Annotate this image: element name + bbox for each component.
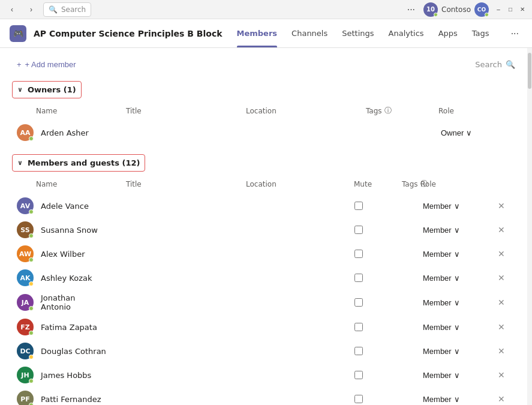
member-name: Arden Asher — [41, 128, 107, 137]
dropdown-icon: ∨ — [454, 298, 460, 307]
mute-checkbox[interactable] — [354, 250, 363, 258]
tab-analytics[interactable]: Analytics — [381, 19, 431, 47]
mute-checkbox[interactable] — [354, 323, 363, 331]
search-members: Search 🔍 — [475, 60, 515, 69]
scrollbar-thumb[interactable] — [528, 53, 531, 89]
remove-member-button[interactable]: ✕ — [492, 200, 510, 212]
table-row: AK Ashley Kozak Member ∨ ✕ — [12, 266, 515, 290]
avatar: AA — [17, 124, 34, 141]
col-title: Title — [126, 106, 246, 116]
mute-cell — [335, 347, 383, 355]
minimize-button[interactable]: – — [494, 5, 503, 14]
owners-chevron-icon: ∨ — [17, 86, 23, 94]
role-button[interactable]: Member ∨ — [420, 346, 492, 357]
mute-cell — [335, 298, 383, 307]
mute-checkbox[interactable] — [354, 202, 363, 210]
team-icon: 🎮 — [10, 25, 26, 42]
role-button[interactable]: Member ∨ — [420, 248, 492, 260]
role-button[interactable]: Member ∨ — [420, 200, 492, 212]
remove-member-button[interactable]: ✕ — [492, 296, 510, 308]
back-button[interactable]: ‹ — [5, 2, 19, 17]
table-row: FZ Fatima Zapata Member ∨ ✕ — [12, 315, 515, 339]
col-name: Name — [36, 179, 126, 189]
scrollbar-track[interactable] — [527, 48, 532, 405]
team-header-more-button[interactable]: ··· — [507, 27, 522, 40]
owners-table-header: Name Title Location Tags ⓘ Role — [12, 103, 515, 118]
avatar: 10 — [423, 2, 438, 17]
title-bar: ‹ › 🔍 Search ··· 10 Contoso CO – □ ✕ — [0, 0, 532, 19]
member-name: Alex Wilber — [41, 250, 107, 259]
role-button[interactable]: Member ∨ — [420, 322, 492, 333]
avatar: DC — [17, 343, 34, 359]
table-row: JA Jonathan Antonio Member ∨ ✕ — [12, 290, 515, 315]
dropdown-icon: ∨ — [454, 202, 460, 211]
mute-cell — [335, 202, 383, 210]
members-section-header[interactable]: ∨ Members and guests (12) — [12, 154, 145, 172]
table-row: PF Patti Fernandez Member ∨ ✕ — [12, 387, 515, 405]
search-icon: 🔍 — [49, 5, 58, 14]
tab-members[interactable]: Members — [230, 19, 285, 47]
more-options-button[interactable]: ··· — [404, 3, 419, 16]
avatar: PF — [17, 391, 34, 405]
role-button[interactable]: Member ∨ — [420, 370, 492, 381]
col-role: Role — [420, 179, 492, 189]
dropdown-icon: ∨ — [454, 395, 460, 404]
mute-checkbox[interactable] — [354, 274, 363, 282]
window-controls: – □ ✕ — [494, 5, 527, 14]
owners-section-label: Owners (1) — [28, 85, 76, 94]
remove-member-button[interactable]: ✕ — [492, 393, 510, 405]
status-dot — [434, 13, 438, 17]
remove-member-button[interactable]: ✕ — [492, 248, 510, 260]
title-bar-left: ‹ › 🔍 Search — [5, 2, 91, 17]
remove-member-button[interactable]: ✕ — [492, 345, 510, 357]
mute-checkbox[interactable] — [354, 395, 363, 403]
role-button[interactable]: Owner ∨ — [438, 127, 510, 139]
status-dot — [29, 257, 34, 262]
tab-tags[interactable]: Tags — [465, 19, 497, 47]
mute-cell — [335, 395, 383, 403]
member-name: Ashley Kozak — [41, 274, 107, 283]
role-button[interactable]: Member ∨ — [420, 272, 492, 284]
add-member-button[interactable]: + + Add member — [12, 58, 81, 71]
mute-checkbox[interactable] — [354, 347, 363, 355]
col-name: Name — [36, 106, 126, 116]
status-dot — [29, 403, 34, 405]
restore-button[interactable]: □ — [506, 5, 515, 14]
tab-settings[interactable]: Settings — [335, 19, 381, 47]
mute-checkbox[interactable] — [354, 298, 363, 307]
col-role: Role — [438, 106, 510, 116]
avatar: AV — [17, 197, 34, 214]
remove-member-button[interactable]: ✕ — [492, 369, 510, 381]
owners-section-header[interactable]: ∨ Owners (1) — [12, 81, 82, 98]
mute-checkbox[interactable] — [354, 371, 363, 379]
role-button[interactable]: Member ∨ — [420, 297, 492, 308]
role-button[interactable]: Member ∨ — [420, 224, 492, 236]
member-name: Fatima Zapata — [41, 323, 107, 332]
close-button[interactable]: ✕ — [518, 5, 527, 14]
table-row: SS Susanna Snow Member ∨ ✕ — [12, 218, 515, 242]
tags-info-icon: ⓘ — [384, 106, 392, 116]
mute-cell — [335, 371, 383, 379]
role-button[interactable]: Member ∨ — [420, 394, 492, 405]
remove-member-button[interactable]: ✕ — [492, 272, 510, 284]
mute-checkbox[interactable] — [354, 226, 363, 234]
remove-member-button[interactable]: ✕ — [492, 224, 510, 236]
search-bar[interactable]: 🔍 Search — [43, 2, 91, 17]
mute-cell — [335, 274, 383, 282]
dropdown-icon: ∨ — [454, 250, 460, 259]
tab-channels[interactable]: Channels — [284, 19, 335, 47]
user-area: 10 Contoso CO — [423, 2, 489, 17]
dropdown-icon: ∨ — [466, 128, 472, 137]
member-name: Susanna Snow — [41, 226, 107, 235]
members-toolbar: + + Add member Search 🔍 — [12, 58, 515, 71]
dropdown-icon: ∨ — [454, 347, 460, 356]
remove-member-button[interactable]: ✕ — [492, 321, 510, 333]
user-status-dot — [485, 13, 489, 17]
forward-button[interactable]: › — [24, 2, 38, 17]
dropdown-icon: ∨ — [454, 371, 460, 380]
owners-section: ∨ Owners (1) Name Title Location Tags ⓘ … — [12, 81, 515, 145]
members-panel: + + Add member Search 🔍 ∨ Owners (1) Nam… — [0, 48, 527, 405]
tab-apps[interactable]: Apps — [431, 19, 465, 47]
user-name: Contoso — [441, 5, 471, 14]
user-avatar[interactable]: CO — [474, 2, 489, 17]
